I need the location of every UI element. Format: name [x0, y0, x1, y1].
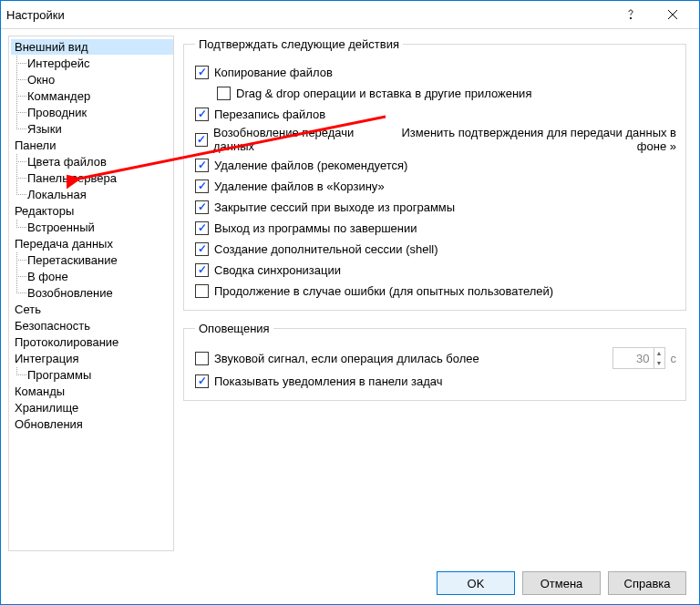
checkbox-label: Выход из программы по завершении [214, 221, 417, 235]
background-transfer-link[interactable]: Изменить подтверждения для передачи данн… [384, 126, 676, 153]
checkbox-label: Продолжение в случае ошибки (для опытных… [214, 284, 553, 298]
tree-item[interactable]: Интеграция [11, 351, 173, 366]
help-button[interactable] [610, 1, 652, 28]
confirm-row: Закрытие сессий при выходе из программы [195, 198, 676, 216]
confirm-row: Выход из программы по завершении [195, 219, 676, 237]
notify-group: Оповещения Звуковой сигнал, если операци… [183, 322, 686, 401]
tree-item[interactable]: Языки [11, 121, 173, 137]
checkbox-label: Удаление файлов (рекомендуется) [214, 159, 407, 172]
settings-content: Подтверждать следующие действия Копирова… [174, 28, 699, 559]
checkbox-label: Создание дополнительной сессии (shell) [214, 242, 438, 256]
tree-item[interactable]: Внешний вид [11, 39, 173, 55]
notify-legend: Оповещения [195, 322, 273, 335]
taskbar-row: Показывать уведомления в панели задач [195, 372, 676, 390]
confirm-row: Удаление файлов (рекомендуется) [195, 156, 676, 174]
checkbox[interactable] [217, 87, 231, 100]
tree-item[interactable]: Панели [11, 138, 173, 153]
close-button[interactable] [652, 1, 694, 28]
tree-item[interactable]: Редакторы [11, 203, 173, 219]
tree-item[interactable]: Передача данных [11, 236, 173, 251]
confirm-row: Копирование файлов [195, 63, 676, 81]
seconds-spinner[interactable]: ▲▼ [612, 347, 665, 369]
confirm-row: Возобновление передачи данныхИзменить по… [195, 126, 676, 153]
checkbox[interactable] [195, 179, 209, 193]
tree-item[interactable]: Локальная [11, 187, 173, 202]
tree-item[interactable]: Встроенный [11, 220, 173, 235]
confirm-row: Перезапись файлов [195, 105, 676, 123]
confirm-legend: Подтверждать следующие действия [195, 37, 403, 51]
checkbox[interactable] [195, 284, 209, 298]
tree-item[interactable]: Безопасность [11, 318, 173, 333]
checkbox[interactable] [195, 66, 209, 79]
beep-checkbox[interactable] [195, 352, 209, 365]
confirm-row: Создание дополнительной сессии (shell) [195, 240, 676, 258]
cancel-button[interactable]: Отмена [522, 571, 601, 595]
client-area: Внешний видИнтерфейсОкноКоммандерПроводн… [1, 28, 699, 559]
checkbox-label: Закрытие сессий при выходе из программы [214, 200, 455, 214]
tree-item[interactable]: Цвета файлов [11, 154, 173, 169]
help-button-bottom[interactable]: Справка [608, 571, 686, 595]
tree-item[interactable]: Команды [11, 384, 173, 399]
dialog-buttons: OK Отмена Справка [437, 571, 686, 595]
tree-item[interactable]: Обновления [11, 416, 173, 432]
settings-window: Настройки Внешний видИнтерфейсОкноКомман… [0, 0, 700, 605]
checkbox-label: Drag & drop операции и вставка в другие … [236, 87, 531, 100]
category-tree[interactable]: Внешний видИнтерфейсОкноКоммандерПроводн… [8, 36, 174, 551]
checkbox[interactable] [195, 221, 209, 235]
checkbox-label: Возобновление передачи данных [213, 126, 384, 153]
checkbox[interactable] [195, 200, 209, 214]
tree-item[interactable]: В фоне [11, 269, 173, 284]
checkbox-label: Перезапись файлов [214, 108, 325, 121]
taskbar-checkbox[interactable] [195, 374, 209, 388]
checkbox-label: Копирование файлов [214, 66, 333, 79]
tree-item[interactable]: Интерфейс [11, 56, 173, 71]
titlebar: Настройки [1, 1, 699, 29]
tree-item[interactable]: Программы [11, 367, 173, 383]
taskbar-label: Показывать уведомления в панели задач [214, 374, 443, 388]
checkbox-label: Удаление файлов в «Корзину» [214, 179, 385, 193]
window-title: Настройки [6, 8, 610, 22]
confirm-row: Продолжение в случае ошибки (для опытных… [195, 282, 676, 300]
tree-item[interactable]: Хранилище [11, 400, 173, 415]
seconds-unit: с [671, 352, 677, 365]
beep-label: Звуковой сигнал, если операция длилась б… [214, 352, 479, 365]
tree-item[interactable]: Протоколирование [11, 334, 173, 350]
ok-button[interactable]: OK [437, 571, 515, 595]
tree-item[interactable]: Коммандер [11, 88, 173, 104]
seconds-input[interactable] [613, 352, 654, 365]
spinner-buttons[interactable]: ▲▼ [654, 348, 664, 368]
tree-item[interactable]: Возобновление [11, 285, 173, 301]
checkbox[interactable] [195, 263, 209, 277]
confirm-row: Сводка синхронизации [195, 261, 676, 279]
checkbox-label: Сводка синхронизации [214, 263, 341, 277]
svg-point-0 [630, 17, 631, 18]
tree-item[interactable]: Перетаскивание [11, 252, 173, 268]
tree-item[interactable]: Окно [11, 72, 173, 87]
tree-item[interactable]: Панель сервера [11, 170, 173, 186]
tree-item[interactable]: Проводник [11, 105, 173, 120]
checkbox[interactable] [195, 133, 208, 147]
tree-item[interactable]: Сеть [11, 302, 173, 317]
checkbox[interactable] [195, 108, 209, 121]
confirm-row: Drag & drop операции и вставка в другие … [195, 84, 676, 102]
confirm-group: Подтверждать следующие действия Копирова… [183, 37, 686, 311]
checkbox[interactable] [195, 242, 209, 256]
checkbox[interactable] [195, 159, 209, 172]
confirm-row: Удаление файлов в «Корзину» [195, 177, 676, 195]
beep-row: Звуковой сигнал, если операция длилась б… [195, 347, 676, 369]
